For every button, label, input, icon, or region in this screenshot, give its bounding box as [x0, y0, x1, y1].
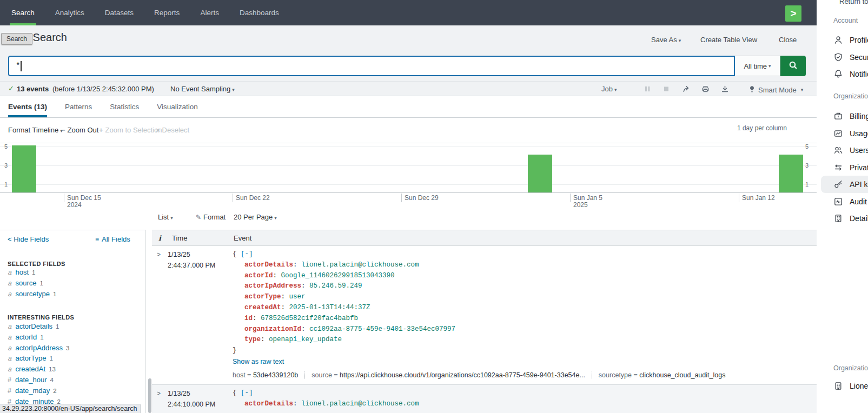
scrollbar-thumb[interactable]: [148, 378, 151, 413]
string-field-icon: a: [8, 365, 11, 373]
field-item-actorDetails[interactable]: aactorDetails1: [8, 322, 59, 333]
numeric-field-icon: #: [8, 387, 11, 395]
results-format-bar: List▾ ✎Format 20 Per Page▾: [0, 210, 817, 226]
nav-item-reports[interactable]: Reports: [154, 0, 180, 25]
zoom-out-button[interactable]: −Zoom Out: [61, 126, 98, 134]
tab-statistics[interactable]: Statistics: [110, 96, 139, 117]
search-input[interactable]: *: [8, 56, 735, 76]
field-item-actorId[interactable]: aactorId1: [8, 333, 44, 344]
result-tabs: Events (13)PatternsStatisticsVisualizati…: [0, 96, 817, 118]
event-sampling-dropdown[interactable]: No Event Sampling▾: [170, 85, 235, 93]
format-button[interactable]: ✎Format: [196, 213, 226, 221]
all-fields-link[interactable]: ≡All Fields: [95, 235, 130, 243]
menu-item-api-keys[interactable]: API keys: [821, 176, 868, 193]
json-value: 678526d582c1f20fac4babfb: [257, 315, 359, 322]
menu-item-users[interactable]: Users: [821, 142, 868, 159]
timeline-bar[interactable]: [779, 155, 803, 192]
field-count: 1: [39, 280, 43, 287]
nav-item-alerts[interactable]: Alerts: [200, 0, 220, 25]
events-timeline-chart[interactable]: 113355: [0, 143, 817, 193]
menu-item-label: Security: [850, 53, 868, 62]
menu-item-billing[interactable]: Billing: [821, 108, 868, 125]
format-timeline-dropdown[interactable]: Format Timeline▾: [8, 126, 63, 134]
meta-value: clickhouse_cloud_audit_logs: [639, 371, 725, 379]
field-count: 1: [40, 334, 43, 341]
collapse-toggle[interactable]: [-]: [241, 250, 253, 258]
menu-item-label: Users: [850, 146, 868, 155]
meta-source[interactable]: source = https://api.clickhouse.cloud/v1…: [304, 371, 585, 379]
event-json: { [-]actorDetails: lionel.palacin@clickh…: [233, 249, 817, 356]
chevron-down-icon: ▾: [801, 87, 804, 92]
events-table-header: i Time Event: [152, 230, 817, 246]
create-table-view-button[interactable]: Create Table View: [700, 36, 757, 44]
building-icon: [833, 381, 843, 391]
menu-item-usage[interactable]: Usage: [821, 125, 868, 142]
nav-item-dashboards[interactable]: Dashboards: [239, 0, 280, 25]
menu-item-label: Details: [850, 214, 868, 223]
x-axis-label: Sun Jan 12: [742, 195, 775, 202]
menu-item-notifications[interactable]: Notifications: [821, 65, 868, 83]
menu-item-details[interactable]: Details: [821, 210, 868, 227]
time-range-picker[interactable]: All time▾: [735, 56, 780, 76]
export-icon[interactable]: [721, 85, 730, 94]
field-item-actorIpAddress[interactable]: aactorIpAddress3: [8, 344, 69, 355]
nav-item-analytics[interactable]: Analytics: [55, 0, 85, 25]
menu-item-profile[interactable]: Profile: [821, 31, 868, 49]
menu-item-security[interactable]: Security: [821, 49, 868, 66]
expand-row-icon[interactable]: >: [152, 246, 168, 384]
menu-item-lionel[interactable]: Lionel: [821, 377, 868, 395]
list-icon: ≡: [95, 236, 99, 243]
print-icon[interactable]: [701, 85, 710, 94]
search-button[interactable]: [780, 56, 806, 76]
gridline: [0, 184, 817, 185]
field-item-host[interactable]: ahost1: [8, 268, 35, 279]
tab-visualization[interactable]: Visualization: [157, 96, 198, 117]
stop-icon[interactable]: [662, 85, 671, 94]
hide-fields-link[interactable]: < Hide Fields: [8, 235, 49, 243]
field-item-source[interactable]: asource1: [8, 279, 43, 290]
bell-icon: [833, 69, 843, 79]
meta-value: https://api.clickhouse.cloud/v1/organiza…: [340, 371, 585, 379]
nav-item-datasets[interactable]: Datasets: [104, 0, 134, 25]
clickhouse-cloud-panel: Return to AccountProfileSecurityNotifica…: [817, 0, 868, 413]
field-name: date_mday: [15, 387, 50, 395]
meta-key: sourcetype =: [599, 371, 639, 379]
tab-events-[interactable]: Events (13): [8, 96, 47, 117]
chevron-down-icon: ▾: [232, 87, 235, 92]
field-item-date_hour[interactable]: #date_hour4: [8, 376, 54, 387]
show-raw-text-link[interactable]: Show as raw text: [233, 358, 284, 365]
menu-item-private-endpoints[interactable]: Private endpoints: [821, 159, 868, 176]
arrows-icon: [833, 163, 843, 172]
splunk-logo-icon[interactable]: >: [785, 5, 801, 22]
return-to-link[interactable]: Return to: [839, 0, 868, 5]
list-view-dropdown[interactable]: List▾: [158, 213, 173, 221]
json-key: createdAt: [244, 304, 281, 311]
share-icon[interactable]: [683, 85, 691, 94]
field-count: 4: [50, 377, 54, 383]
timeline-bar[interactable]: [528, 155, 552, 192]
per-page-dropdown[interactable]: 20 Per Page▾: [234, 213, 277, 221]
smart-mode-dropdown[interactable]: Smart Mode▾: [748, 85, 803, 95]
section-title-organization: Organization: [833, 92, 868, 100]
nav-item-search[interactable]: Search: [11, 0, 35, 25]
field-count: 13: [49, 366, 56, 372]
tab-patterns[interactable]: Patterns: [65, 96, 92, 117]
job-menu[interactable]: Job▾: [601, 85, 617, 93]
meta-host[interactable]: host = 53de4339120b: [233, 371, 298, 379]
collapse-toggle[interactable]: [-]: [241, 389, 253, 397]
field-item-sourcetype[interactable]: asourcetype1: [8, 290, 56, 301]
field-item-createdAt[interactable]: acreatedAt13: [8, 365, 56, 376]
top-nav: SearchAnalyticsDatasetsReportsAlertsDash…: [0, 0, 817, 25]
close-button[interactable]: Close: [779, 36, 797, 44]
expand-row-icon[interactable]: >: [152, 385, 168, 413]
meta-sourcetype[interactable]: sourcetype = clickhouse_cloud_audit_logs: [592, 371, 726, 379]
pause-icon[interactable]: [644, 85, 652, 94]
menu-item-audit[interactable]: Audit: [821, 193, 868, 210]
timeline-bar[interactable]: [12, 145, 36, 193]
event-cell: { [-]actorDetails: lionel.palacin@clickh…: [231, 385, 817, 413]
field-count: 3: [66, 345, 69, 351]
save-as-button[interactable]: Save As▾: [651, 36, 681, 44]
field-item-date_mday[interactable]: #date_mday2: [8, 387, 57, 397]
field-name: date_hour: [15, 376, 47, 384]
field-item-actorType[interactable]: aactorType1: [8, 354, 53, 365]
